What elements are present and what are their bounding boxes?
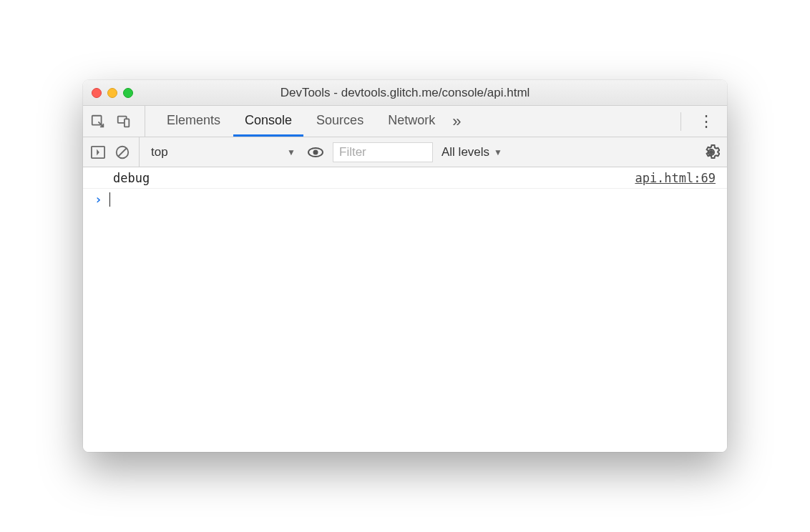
maximize-button[interactable] — [123, 88, 133, 98]
console-prompt[interactable]: › — [83, 189, 727, 210]
devtools-tabbar: Elements Console Sources Network » ⋮ — [83, 106, 727, 137]
svg-line-5 — [119, 148, 127, 156]
console-message: debug — [113, 171, 150, 185]
log-levels-select[interactable]: All levels ▼ — [441, 145, 502, 159]
sidebar-toggle-icon[interactable] — [90, 145, 106, 159]
prompt-chevron-icon: › — [94, 192, 102, 207]
execution-context-select[interactable]: top ▼ — [148, 142, 298, 162]
separator — [680, 112, 681, 131]
levels-label: All levels — [441, 145, 489, 159]
titlebar: DevTools - devtools.glitch.me/console/ap… — [83, 80, 727, 106]
svg-rect-2 — [125, 119, 129, 127]
more-tabs-button[interactable]: » — [448, 112, 465, 131]
console-entry: debug api.html:69 — [83, 167, 727, 189]
more-options-button[interactable]: ⋮ — [693, 112, 720, 131]
filter-input[interactable] — [333, 142, 433, 162]
console-toolbar: top ▼ All levels ▼ — [83, 137, 727, 167]
context-label: top — [151, 145, 168, 159]
tab-console[interactable]: Console — [233, 106, 303, 137]
live-expression-icon[interactable] — [307, 144, 324, 161]
window-title: DevTools - devtools.glitch.me/console/ap… — [92, 86, 718, 100]
minimize-button[interactable] — [107, 88, 117, 98]
tab-sources[interactable]: Sources — [305, 106, 375, 137]
console-output: debug api.html:69 › — [83, 167, 727, 452]
tab-elements[interactable]: Elements — [155, 106, 232, 137]
traffic-lights — [92, 88, 133, 98]
inspect-icon[interactable] — [90, 114, 106, 129]
text-cursor — [109, 192, 110, 207]
tab-network[interactable]: Network — [376, 106, 447, 137]
close-button[interactable] — [92, 88, 102, 98]
devtools-window: DevTools - devtools.glitch.me/console/ap… — [83, 80, 727, 452]
svg-point-8 — [709, 150, 713, 154]
svg-point-7 — [313, 149, 318, 154]
clear-console-icon[interactable] — [114, 144, 130, 160]
device-toggle-icon[interactable] — [116, 114, 132, 129]
chevron-down-icon: ▼ — [494, 147, 502, 157]
settings-icon[interactable] — [703, 144, 720, 161]
console-source-link[interactable]: api.html:69 — [635, 171, 716, 185]
chevron-down-icon: ▼ — [287, 147, 296, 157]
